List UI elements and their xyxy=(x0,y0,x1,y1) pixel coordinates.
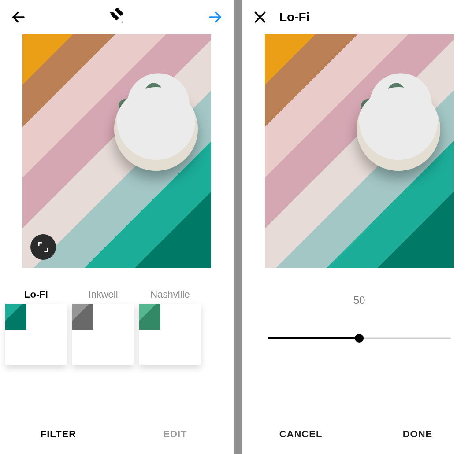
screen-filter-picker: wLo-FiInkwellNashville FILTER EDIT xyxy=(0,0,234,454)
tab-edit[interactable]: EDIT xyxy=(117,414,234,454)
filter-item-lofi[interactable]: Lo-Fi xyxy=(5,289,67,365)
magic-wand-icon[interactable] xyxy=(108,8,126,26)
back-arrow-icon[interactable] xyxy=(11,9,26,25)
screen-filter-strength: Lo-Fi 50 CANCEL DONE xyxy=(242,0,476,454)
close-icon[interactable] xyxy=(253,10,267,24)
topbar-left xyxy=(0,0,234,34)
strength-slider[interactable] xyxy=(268,333,451,343)
slider-thumb[interactable] xyxy=(355,334,364,343)
done-button[interactable]: DONE xyxy=(359,414,476,454)
preview-area-right xyxy=(242,34,476,268)
filter-thumbnail xyxy=(5,304,67,365)
preview-area-left xyxy=(0,34,234,268)
topbar-right: Lo-Fi xyxy=(242,0,476,34)
slider-value: 50 xyxy=(353,294,365,306)
filter-label: Inkwell xyxy=(88,289,118,304)
preview-image-right[interactable] xyxy=(265,34,454,268)
tab-filter[interactable]: FILTER xyxy=(0,414,117,454)
cancel-button[interactable]: CANCEL xyxy=(242,414,359,454)
filter-thumbnail xyxy=(72,304,134,365)
bottom-tabs: FILTER EDIT xyxy=(0,414,234,454)
filter-item-inkwell[interactable]: Inkwell xyxy=(72,289,134,365)
filter-item-nashville[interactable]: Nashville xyxy=(139,289,201,365)
filter-title: Lo-Fi xyxy=(279,10,309,24)
slider-fill xyxy=(268,337,360,339)
filter-thumbnail xyxy=(139,304,201,365)
filter-strip: wLo-FiInkwellNashville xyxy=(0,268,234,414)
next-arrow-icon[interactable] xyxy=(207,9,223,25)
bottom-actions: CANCEL DONE xyxy=(242,414,476,454)
expand-icon[interactable] xyxy=(30,234,56,260)
filter-label: Nashville xyxy=(150,289,190,304)
preview-image[interactable] xyxy=(22,34,211,268)
slider-area: 50 xyxy=(242,268,476,414)
screen-divider xyxy=(234,0,242,454)
filter-label: Lo-Fi xyxy=(24,289,48,304)
